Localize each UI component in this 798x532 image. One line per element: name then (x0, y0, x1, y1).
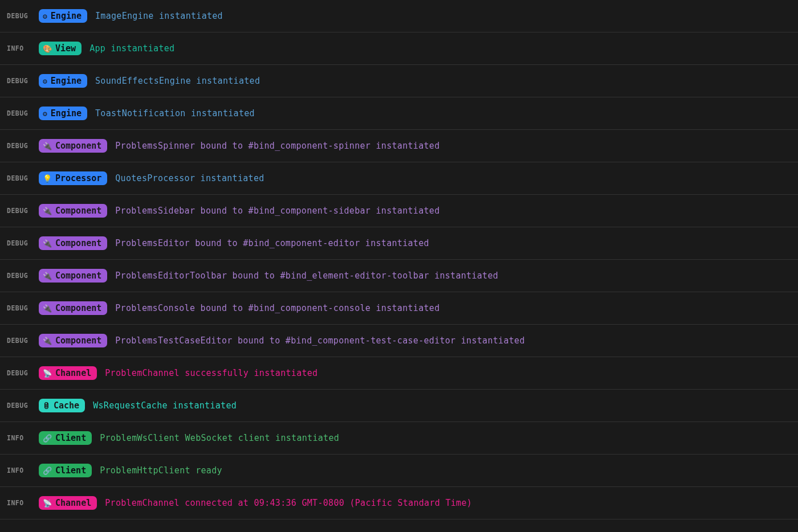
tag-label: Component (55, 238, 101, 248)
channel-icon: 📡 (43, 369, 52, 378)
log-message: ProblemsEditor bound to #bind_component-… (115, 238, 429, 248)
tag-client: 🔗Client (39, 464, 92, 477)
log-row[interactable]: DEBUG⚙EngineSoundEffectsEngine instantia… (0, 65, 798, 97)
log-level: DEBUG (7, 109, 31, 117)
tag-engine: ⚙Engine (39, 107, 87, 120)
log-level: DEBUG (7, 174, 31, 182)
tag-label: Cache (54, 400, 79, 411)
log-message: ImageEngine instantiated (95, 11, 223, 21)
log-message: ProblemsTestCaseEditor bound to #bind_co… (115, 335, 524, 346)
log-message: WsRequestCache instantiated (93, 400, 237, 411)
client-icon: 🔗 (43, 466, 52, 475)
engine-icon: ⚙ (43, 77, 47, 85)
channel-icon: 📡 (43, 499, 52, 508)
log-message: ProblemsSpinner bound to #bind_component… (115, 141, 439, 151)
log-row[interactable]: DEBUG🔌ComponentProblemsEditor bound to #… (0, 227, 798, 260)
tag-label: View (55, 43, 76, 54)
view-icon: 🎨 (43, 44, 52, 53)
tag-component: 🔌Component (39, 269, 107, 283)
log-row[interactable]: DEBUG🔌ComponentProblemsConsole bound to … (0, 292, 798, 325)
log-level: DEBUG (7, 77, 31, 85)
tag-component: 🔌Component (39, 236, 107, 250)
tag-component: 🔌Component (39, 334, 107, 347)
log-message: ProblemsEditorToolbar bound to #bind_ele… (115, 271, 498, 281)
tag-processor: 💡Processor (39, 171, 107, 185)
tag-label: Engine (51, 108, 82, 118)
tag-label: Client (55, 465, 86, 476)
log-level: DEBUG (7, 402, 31, 410)
log-row[interactable]: DEBUG🔌ComponentProblemsSidebar bound to … (0, 195, 798, 227)
log-row[interactable]: INFO📡ChannelProblemChannel connected at … (0, 487, 798, 519)
cache-icon: 🛢 (43, 402, 50, 410)
tag-engine: ⚙Engine (39, 9, 87, 23)
tag-cache: 🛢Cache (39, 399, 85, 412)
log-message: ToastNotification instantiated (95, 108, 255, 118)
log-message: ProblemsConsole bound to #bind_component… (115, 303, 439, 313)
log-row[interactable]: DEBUG🔌ComponentProblemsTestCaseEditor bo… (0, 325, 798, 357)
log-level: INFO (7, 44, 31, 52)
tag-label: Processor (55, 173, 101, 183)
log-message: ProblemHttpClient ready (100, 465, 222, 476)
log-row[interactable]: DEBUG📡ChannelProblemChannel successfully… (0, 357, 798, 390)
tag-client: 🔗Client (39, 431, 92, 445)
tag-engine: ⚙Engine (39, 74, 87, 88)
tag-label: Component (55, 335, 101, 346)
tag-channel: 📡Channel (39, 366, 97, 380)
log-message: ProblemsSidebar bound to #bind_component… (115, 206, 439, 216)
tag-label: Component (55, 303, 101, 313)
log-row[interactable]: INFO🎨ViewApp instantiated (0, 32, 798, 65)
log-row[interactable]: DEBUG⚙EngineToastNotification instantiat… (0, 97, 798, 130)
log-level: INFO (7, 499, 31, 507)
log-level: DEBUG (7, 12, 31, 20)
log-message: SoundEffectsEngine instantiated (95, 76, 260, 86)
log-row[interactable]: DEBUG⚙EngineImageEngine instantiated (0, 0, 798, 32)
log-level: DEBUG (7, 272, 31, 280)
tag-label: Client (55, 433, 86, 443)
log-row[interactable]: DEBUG💡ProcessorQuotesProcessor instantia… (0, 162, 798, 195)
engine-icon: ⚙ (43, 109, 47, 118)
log-message: ProblemChannel connected at 09:43:36 GMT… (105, 498, 472, 508)
tag-label: Component (55, 206, 101, 216)
processor-icon: 💡 (43, 174, 52, 183)
tag-channel: 📡Channel (39, 496, 97, 510)
log-level: DEBUG (7, 142, 31, 150)
tag-component: 🔌Component (39, 204, 107, 218)
client-icon: 🔗 (43, 434, 52, 443)
component-icon: 🔌 (43, 272, 52, 280)
log-level: DEBUG (7, 207, 31, 215)
tag-label: Engine (51, 11, 82, 21)
log-level: INFO (7, 466, 31, 474)
component-icon: 🔌 (43, 207, 52, 215)
component-icon: 🔌 (43, 142, 52, 150)
tag-label: Channel (55, 368, 91, 378)
tag-component: 🔌Component (39, 139, 107, 153)
tag-label: Component (55, 141, 101, 151)
engine-icon: ⚙ (43, 12, 47, 21)
log-level: DEBUG (7, 337, 31, 345)
tag-component: 🔌Component (39, 301, 107, 315)
log-level: DEBUG (7, 369, 31, 377)
log-message: QuotesProcessor instantiated (115, 173, 264, 183)
log-level: DEBUG (7, 304, 31, 312)
log-message: ProblemWsClient WebSocket client instant… (100, 433, 339, 443)
log-row[interactable]: DEBUG🔌ComponentProblemsSpinner bound to … (0, 130, 798, 162)
log-console: DEBUG⚙EngineImageEngine instantiatedINFO… (0, 0, 798, 519)
log-row[interactable]: INFO🔗ClientProblemWsClient WebSocket cli… (0, 422, 798, 455)
component-icon: 🔌 (43, 304, 52, 313)
tag-label: Channel (55, 498, 91, 508)
tag-view: 🎨View (39, 42, 82, 55)
tag-label: Engine (51, 76, 82, 86)
log-message: App instantiated (89, 43, 174, 54)
tag-label: Component (55, 271, 101, 281)
component-icon: 🔌 (43, 337, 52, 345)
log-level: INFO (7, 434, 31, 442)
log-message: ProblemChannel successfully instantiated (105, 368, 317, 378)
component-icon: 🔌 (43, 239, 52, 248)
log-level: DEBUG (7, 239, 31, 247)
log-row[interactable]: DEBUG🔌ComponentProblemsEditorToolbar bou… (0, 260, 798, 292)
log-row[interactable]: INFO🔗ClientProblemHttpClient ready (0, 455, 798, 487)
log-row[interactable]: DEBUG🛢CacheWsRequestCache instantiated (0, 390, 798, 422)
